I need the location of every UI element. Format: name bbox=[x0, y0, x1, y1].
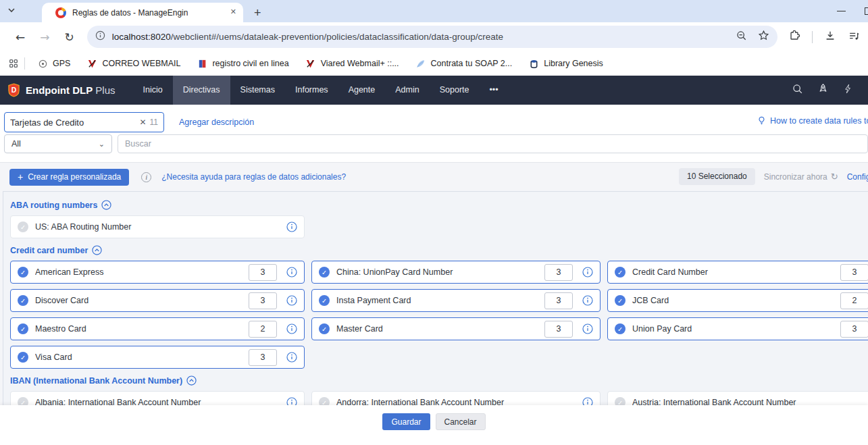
bookmark-library-genesis[interactable]: Library Genesis bbox=[520, 55, 611, 72]
bookmark-star-icon[interactable] bbox=[758, 30, 769, 44]
additional-rules-help-link[interactable]: ¿Necesita ayuda para reglas de datos adi… bbox=[161, 172, 346, 182]
match-count-input[interactable] bbox=[249, 264, 277, 281]
match-count-input[interactable] bbox=[544, 264, 573, 281]
bookmark-registro-civil-en-linea[interactable]: registro civil en linea bbox=[188, 55, 297, 72]
match-count-input[interactable] bbox=[840, 321, 868, 338]
nav-item-inicio[interactable]: Inicio bbox=[133, 76, 173, 105]
info-icon[interactable] bbox=[286, 267, 297, 278]
bookmark-gps[interactable]: GPS bbox=[29, 55, 78, 72]
checkbox-icon[interactable]: ✓ bbox=[18, 295, 28, 306]
maximize-icon[interactable] bbox=[865, 7, 868, 15]
checkbox-icon[interactable]: ✓ bbox=[18, 352, 28, 363]
info-icon[interactable] bbox=[286, 295, 297, 307]
match-count-input[interactable] bbox=[840, 292, 868, 309]
checkbox-icon[interactable]: ✓ bbox=[18, 221, 28, 232]
rules-toolbar: + Crear regla personalizada i ¿Necesita … bbox=[0, 163, 868, 191]
selected-count-badge: 10 Seleccionado bbox=[679, 168, 755, 185]
rule-card[interactable]: ✓Discover Card bbox=[10, 289, 305, 312]
match-count-input[interactable] bbox=[544, 292, 573, 309]
info-icon[interactable] bbox=[286, 221, 297, 233]
collapse-icon[interactable] bbox=[101, 200, 111, 210]
checkbox-icon[interactable]: ✓ bbox=[319, 323, 330, 334]
back-icon[interactable]: ← bbox=[16, 30, 25, 44]
site-info-icon[interactable] bbox=[95, 30, 105, 43]
checkbox-icon[interactable]: ✓ bbox=[615, 323, 626, 334]
rule-card[interactable]: ✓Credit Card Number bbox=[607, 261, 868, 284]
sync-now-button[interactable]: Sincronizar ahora ↻ bbox=[764, 172, 838, 182]
match-count-input[interactable] bbox=[840, 264, 868, 281]
rule-card[interactable]: ✓US: ABA Routing Number bbox=[10, 215, 305, 238]
cancel-button[interactable]: Cancelar bbox=[436, 413, 486, 430]
search-input[interactable] bbox=[118, 134, 868, 153]
info-icon[interactable] bbox=[582, 295, 593, 307]
rule-card[interactable]: ✓Maestro Card bbox=[10, 317, 305, 340]
nav-item-more[interactable]: ••• bbox=[479, 76, 508, 105]
tab-close-icon[interactable]: ✕ bbox=[230, 7, 236, 16]
collapse-icon[interactable] bbox=[92, 245, 102, 255]
checkbox-icon[interactable]: ✓ bbox=[18, 323, 28, 334]
info-icon[interactable] bbox=[582, 267, 593, 278]
search-icon[interactable] bbox=[792, 83, 803, 97]
bookmark-correo-webmail[interactable]: CORREO WEBMAIL bbox=[78, 55, 188, 72]
tab-search-chevron-icon[interactable] bbox=[7, 5, 16, 18]
url-path: /webclient#/uems/dataleak-prevention/pol… bbox=[171, 32, 503, 42]
minimize-icon[interactable] bbox=[837, 11, 846, 11]
collapse-icon[interactable] bbox=[186, 375, 197, 386]
forward-icon[interactable]: → bbox=[40, 30, 49, 44]
checkbox-icon[interactable]: ✓ bbox=[18, 267, 28, 278]
nav-item-informes[interactable]: Informes bbox=[285, 76, 338, 105]
create-custom-rule-button[interactable]: + Crear regla personalizada bbox=[9, 169, 129, 186]
svg-text:D: D bbox=[11, 86, 17, 94]
quick-actions-bolt-icon[interactable] bbox=[843, 83, 853, 97]
rule-card[interactable]: ✓China: UnionPay Card Number bbox=[311, 261, 601, 284]
rule-card[interactable]: ✓American Express bbox=[10, 261, 305, 284]
match-count-input[interactable] bbox=[249, 292, 277, 309]
nav-item-soporte[interactable]: Soporte bbox=[430, 76, 480, 105]
info-icon[interactable] bbox=[582, 323, 593, 335]
zoom-out-icon[interactable] bbox=[736, 30, 747, 44]
info-icon[interactable] bbox=[286, 323, 297, 335]
apps-grid-icon[interactable] bbox=[8, 58, 19, 69]
checkbox-icon[interactable]: ✓ bbox=[615, 295, 626, 306]
section-header[interactable]: IBAN (International Bank Account Number) bbox=[10, 375, 868, 386]
info-icon[interactable] bbox=[286, 352, 297, 363]
add-description-link[interactable]: Agregar descripción bbox=[179, 117, 254, 127]
getting-started-rocket-icon[interactable] bbox=[817, 83, 829, 97]
url-bar[interactable]: localhost:8020/webclient#/uems/dataleak-… bbox=[87, 26, 777, 48]
rule-card[interactable]: ✓Visa Card bbox=[10, 346, 305, 369]
new-tab-button[interactable]: + bbox=[254, 7, 261, 19]
section-header[interactable]: ABA routing numbers bbox=[10, 200, 868, 210]
rule-card[interactable]: ✓Insta Payment Card bbox=[311, 289, 601, 312]
checkbox-icon[interactable]: ✓ bbox=[615, 267, 626, 278]
reload-icon[interactable]: ↻ bbox=[65, 30, 74, 44]
downloads-icon[interactable] bbox=[824, 30, 836, 45]
category-filter-select[interactable]: All ⌄ bbox=[4, 134, 112, 153]
dlp-shield-logo-icon[interactable]: D bbox=[7, 83, 20, 97]
rule-card[interactable]: ✓Master Card bbox=[311, 317, 601, 340]
checkbox-icon[interactable]: ✓ bbox=[319, 295, 330, 306]
bookmarks-bar: GPSCORREO WEBMAILregistro civil en linea… bbox=[0, 51, 868, 76]
save-button[interactable]: Guardar bbox=[382, 413, 430, 430]
section-header[interactable]: Credit card number bbox=[10, 245, 868, 255]
browser-tab[interactable]: Reglas de datos - ManageEngin ✕ bbox=[42, 3, 243, 22]
url-text[interactable]: localhost:8020/webclient#/uems/dataleak-… bbox=[112, 32, 729, 42]
nav-item-agente[interactable]: Agente bbox=[338, 76, 386, 105]
match-count-input[interactable] bbox=[249, 321, 277, 338]
match-count-input[interactable] bbox=[544, 321, 573, 338]
nav-item-admin[interactable]: Admin bbox=[385, 76, 429, 105]
extensions-icon[interactable] bbox=[788, 30, 800, 45]
checkbox-icon[interactable]: ✓ bbox=[319, 267, 330, 278]
configure-value-link[interactable]: Configurar valor bbox=[847, 172, 868, 182]
rule-card[interactable]: ✓JCB Card bbox=[607, 289, 868, 312]
nav-item-sistemas[interactable]: Sistemas bbox=[230, 76, 285, 105]
rule-card[interactable]: ✓Union Pay Card bbox=[607, 317, 868, 340]
match-count-input[interactable] bbox=[249, 349, 277, 366]
bookmark-viared-webmail[interactable]: Viared Webmail+ ::... bbox=[297, 55, 407, 72]
bookmark-contrata-tu-soap-2[interactable]: Contrata tu SOAP 2... bbox=[407, 55, 521, 72]
reading-list-icon[interactable] bbox=[848, 30, 860, 45]
clear-input-icon[interactable]: ✕ bbox=[139, 117, 146, 127]
nav-item-directivas[interactable]: Directivas bbox=[173, 76, 230, 105]
viared-icon bbox=[86, 58, 97, 69]
group-name-input[interactable] bbox=[10, 117, 136, 128]
howto-help-link[interactable]: How to create data rules to prote bbox=[757, 115, 868, 126]
